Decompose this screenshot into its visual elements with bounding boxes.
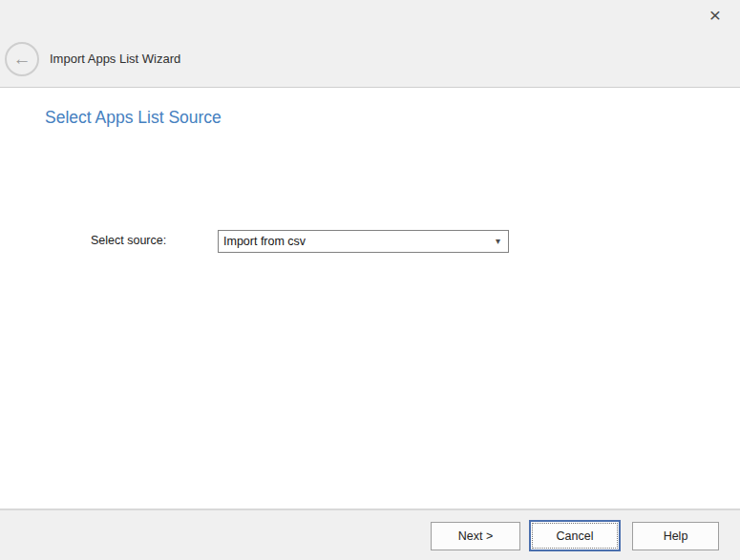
- wizard-footer: Next > Cancel Help: [0, 508, 740, 560]
- back-arrow-icon: ←: [13, 50, 32, 68]
- select-source-label: Select source:: [91, 234, 166, 248]
- help-button[interactable]: Help: [632, 522, 719, 550]
- wizard-header: × ← Import Apps List Wizard: [0, 0, 740, 88]
- page-heading: Select Apps List Source: [45, 108, 222, 128]
- source-dropdown[interactable]: Import from csv ▾: [218, 230, 509, 253]
- source-dropdown-value: Import from csv: [223, 235, 306, 248]
- next-button[interactable]: Next >: [431, 522, 520, 550]
- wizard-title: Import Apps List Wizard: [50, 52, 180, 66]
- back-button[interactable]: ←: [5, 42, 39, 76]
- cancel-button[interactable]: Cancel: [529, 520, 621, 551]
- wizard-content: Select Apps List Source Select source: I…: [0, 89, 740, 508]
- chevron-down-icon: ▾: [496, 237, 500, 246]
- import-apps-wizard-window: × ← Import Apps List Wizard Select Apps …: [0, 0, 740, 560]
- close-icon[interactable]: ×: [702, 2, 729, 29]
